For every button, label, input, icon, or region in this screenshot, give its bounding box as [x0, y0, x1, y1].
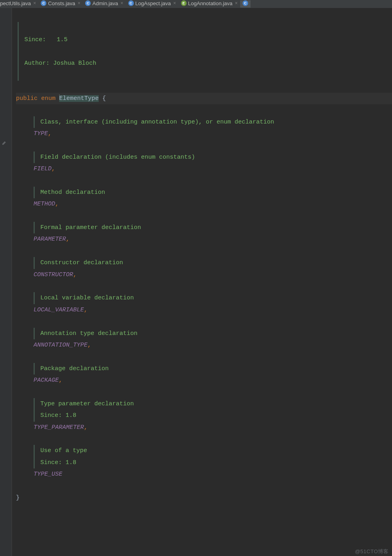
tab-label: Consts.java: [48, 0, 75, 6]
tab-label: LogAspect.java: [135, 0, 171, 6]
enum-declaration-line: public enum ElementType {: [16, 93, 392, 104]
blank-line: [16, 175, 392, 186]
enum-constant: CONSTRUCTOR,: [16, 269, 392, 281]
enum-constant-name: ANNOTATION_TYPE: [34, 342, 88, 349]
enum-constant-javadoc: Constructor declaration: [16, 257, 392, 269]
tab-label: LogAnnotation.java: [188, 0, 233, 6]
tab-consts[interactable]: C Consts.java ×: [38, 0, 83, 8]
enum-constant-javadoc: Local variable declaration: [16, 292, 392, 304]
enum-body: Class, interface (including annotation t…: [16, 116, 392, 480]
javadoc-text: Annotation type declaration: [40, 330, 137, 337]
comma: ,: [48, 130, 52, 137]
close-brace: }: [16, 494, 20, 501]
javadoc-text: Formal parameter declaration: [40, 224, 141, 231]
enum-constant-name: TYPE_USE: [34, 471, 62, 478]
enum-constant-name: TYPE: [34, 130, 48, 137]
enum-constant: PARAMETER,: [16, 233, 392, 245]
blank-line: [16, 433, 392, 445]
enum-constant-javadoc: Field declaration (includes enum constan…: [16, 151, 392, 163]
editor-tabs: pectUtils.java × C Consts.java × C Admin…: [0, 0, 392, 8]
javadoc-text: Use of a type: [40, 447, 87, 454]
blank-line: [16, 281, 392, 292]
code-editor[interactable]: Since: 1.5 Author: Joshua Bloch public e…: [12, 8, 392, 556]
tab-pectutils[interactable]: pectUtils.java ×: [0, 0, 38, 8]
close-icon[interactable]: ×: [173, 0, 176, 6]
comma: ,: [88, 342, 91, 349]
type-name: ElementType: [59, 95, 99, 102]
close-icon[interactable]: ×: [33, 0, 36, 6]
open-brace: {: [102, 95, 106, 102]
comma: ,: [52, 165, 55, 172]
enum-constant-name: PARAMETER: [34, 236, 66, 243]
pen-icon[interactable]: [2, 140, 7, 145]
javadoc-text: Constructor declaration: [40, 259, 123, 266]
javadoc-text: Local variable declaration: [40, 295, 134, 301]
enum-constant: ANNOTATION_TYPE,: [16, 339, 392, 351]
enum-constant-javadoc: Package declaration: [16, 363, 392, 375]
class-javadoc: Since: 1.5 Author: Joshua Bloch: [18, 22, 392, 81]
javadoc-text: Since: 1.8: [40, 459, 76, 466]
tab-label: pectUtils.java: [0, 0, 31, 6]
java-class-icon: C: [41, 0, 46, 6]
keyword-enum: enum: [41, 95, 56, 102]
tab-label: Admin.java: [92, 0, 118, 6]
java-class-icon: C: [243, 0, 248, 6]
blank-line: [16, 245, 392, 257]
javadoc-text: Class, interface (including annotation t…: [40, 119, 274, 126]
javadoc-text: Type parameter declaration: [40, 401, 134, 407]
javadoc-text: Since: 1.8: [40, 412, 76, 419]
enum-constant-name: TYPE_PARAMETER: [34, 424, 84, 431]
javadoc-since-value: 1.5: [57, 36, 68, 43]
blank-line: [16, 139, 392, 151]
comma: ,: [73, 271, 77, 278]
blank-line: [16, 351, 392, 363]
javadoc-text: Field declaration (includes enum constan…: [40, 154, 195, 161]
enum-constant-javadoc: Type parameter declarationSince: 1.8: [16, 398, 392, 422]
enum-constant: TYPE_PARAMETER,: [16, 422, 392, 433]
close-icon[interactable]: ×: [235, 0, 238, 6]
comma: ,: [55, 201, 59, 207]
javadoc-author-value: Joshua Bloch: [53, 60, 96, 67]
blank-line: [16, 210, 392, 222]
javadoc-text: Package declaration: [40, 365, 109, 372]
enum-constant-name: CONSTRUCTOR: [34, 271, 73, 278]
java-class-icon: C: [85, 0, 91, 6]
enum-constant-name: METHOD: [34, 201, 55, 207]
comma: ,: [59, 377, 62, 384]
javadoc-text: Method declaration: [40, 189, 105, 196]
enum-constant-javadoc: Annotation type declaration: [16, 328, 392, 339]
enum-constant: LOCAL_VARIABLE,: [16, 304, 392, 316]
enum-constant-javadoc: Method declaration: [16, 187, 392, 198]
enum-constant: FIELD,: [16, 163, 392, 175]
enum-constant: TYPE,: [16, 128, 392, 139]
enum-constant-javadoc: Use of a typeSince: 1.8: [16, 445, 392, 468]
enum-constant: PACKAGE,: [16, 375, 392, 386]
enum-constant: METHOD,: [16, 198, 392, 210]
gutter[interactable]: [0, 8, 12, 556]
javadoc-since-label: Since:: [24, 36, 46, 43]
watermark: @51CTO博客: [355, 548, 389, 555]
enum-constant-name: LOCAL_VARIABLE: [34, 307, 84, 313]
comma: ,: [84, 307, 88, 313]
enum-constant: TYPE_USE: [16, 468, 392, 480]
keyword-public: public: [16, 95, 38, 102]
tab-admin[interactable]: C Admin.java ×: [83, 0, 125, 8]
close-icon[interactable]: ×: [121, 0, 123, 6]
javadoc-author-label: Author:: [24, 60, 50, 67]
enum-constant-name: FIELD: [34, 165, 52, 172]
java-class-icon: C: [128, 0, 134, 6]
tab-logaspect[interactable]: C LogAspect.java ×: [126, 0, 179, 8]
tab-active-partial[interactable]: C: [240, 0, 251, 8]
close-brace-line: }: [16, 492, 392, 504]
enum-constant-javadoc: Formal parameter declaration: [16, 222, 392, 233]
enum-constant-name: PACKAGE: [34, 377, 59, 384]
blank-line: [16, 387, 392, 398]
enum-constant-javadoc: Class, interface (including annotation t…: [16, 116, 392, 128]
tab-logannotation[interactable]: E LogAnnotation.java ×: [179, 0, 240, 8]
close-icon[interactable]: ×: [78, 0, 80, 6]
java-enum-icon: E: [181, 0, 187, 6]
comma: ,: [84, 424, 88, 431]
editor-area: Since: 1.5 Author: Joshua Bloch public e…: [0, 8, 392, 556]
blank-line: [16, 316, 392, 327]
comma: ,: [66, 236, 70, 243]
